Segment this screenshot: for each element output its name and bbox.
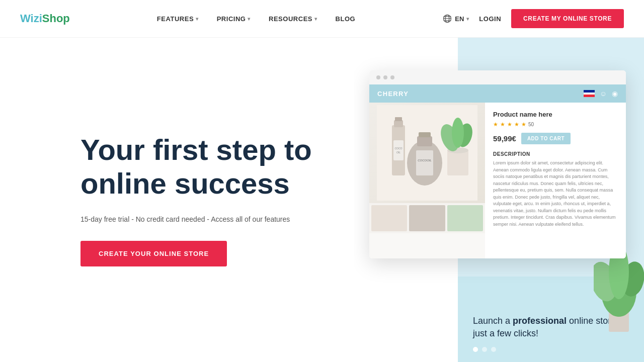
star-icon: ★ <box>493 121 498 128</box>
svg-text:COCO: COCO <box>395 147 403 150</box>
hero-subtitle: 15-day free trial - No credit card neede… <box>80 215 324 223</box>
user-icon: ☺ <box>600 89 607 98</box>
globe-icon <box>442 14 452 24</box>
svg-text:COCOOIL: COCOOIL <box>418 159 432 162</box>
product-thumb-2 <box>409 205 445 231</box>
nav-item-resources[interactable]: RESOURCES ▾ <box>269 15 317 23</box>
svg-rect-7 <box>394 120 403 127</box>
header-actions: EN ▾ LOGIN CREATE MY ONLINE STORE <box>442 9 624 28</box>
chevron-down-icon: ▾ <box>466 16 469 22</box>
product-name: Product name here <box>493 111 618 118</box>
slider-dot-1[interactable] <box>473 347 478 352</box>
slider-dot-2[interactable] <box>482 347 487 352</box>
product-thumbnails <box>369 203 485 233</box>
svg-rect-13 <box>417 136 432 146</box>
product-image-svg: COCO OIL COCOOIL <box>377 105 477 201</box>
hero-title: Your first step to online success <box>80 133 324 200</box>
svg-rect-8 <box>395 117 402 121</box>
star-icon: ★ <box>507 121 512 128</box>
logo[interactable]: WiziShop <box>20 12 70 25</box>
browser-dot-3 <box>390 75 394 79</box>
logo-shop: Shop <box>42 12 70 25</box>
price-row: 59,99€ ADD TO CART <box>493 133 618 144</box>
review-count: 50 <box>528 122 534 127</box>
lang-label: EN <box>455 15 464 23</box>
browser-bar <box>369 70 626 84</box>
browser-dot-2 <box>383 75 387 79</box>
slider-dot-3[interactable] <box>491 347 496 352</box>
product-layout: COCO OIL COCOOIL <box>369 103 626 258</box>
language-selector[interactable]: EN ▾ <box>442 14 469 24</box>
create-store-main-button[interactable]: CREATE YOUR ONLINE STORE <box>80 241 227 266</box>
flag-icon <box>584 90 595 97</box>
preview-section: CHERRY ☺ ◉ <box>354 38 644 362</box>
nav-item-blog[interactable]: BLOG <box>336 15 356 23</box>
description-text: Lorem ipsum dolor sit amet, consectetur … <box>493 160 618 228</box>
store-header: CHERRY ☺ ◉ <box>369 84 626 103</box>
product-info-column: Product name here ★ ★ ★ ★ ★ 50 59,99€ AD… <box>485 103 626 258</box>
add-to-cart-button[interactable]: ADD TO CART <box>521 133 571 144</box>
product-image-column: COCO OIL COCOOIL <box>369 103 485 258</box>
cart-icon: ◉ <box>612 89 618 98</box>
svg-rect-9 <box>393 140 404 160</box>
product-main-image: COCO OIL COCOOIL <box>369 103 485 203</box>
nav-item-pricing[interactable]: PRICING ▾ <box>217 15 251 23</box>
chevron-down-icon: ▾ <box>196 16 199 22</box>
svg-point-21 <box>452 118 464 148</box>
description-label: DESCRIPTION <box>493 151 618 157</box>
product-rating: ★ ★ ★ ★ ★ 50 <box>493 121 618 128</box>
nav-item-features[interactable]: FEATURES ▾ <box>157 15 199 23</box>
star-icon: ★ <box>514 121 519 128</box>
product-thumb-3 <box>447 205 483 231</box>
browser-dot-1 <box>376 75 380 79</box>
browser-mockup: CHERRY ☺ ◉ <box>369 70 626 258</box>
login-button[interactable]: LOGIN <box>479 15 501 23</box>
chevron-down-icon: ▾ <box>314 16 317 22</box>
svg-rect-14 <box>419 132 431 137</box>
store-name: CHERRY <box>377 90 409 98</box>
browser-content: CHERRY ☺ ◉ <box>369 84 626 258</box>
create-store-header-button[interactable]: CREATE MY ONLINE STORE <box>511 9 624 28</box>
slider-dots <box>473 347 629 352</box>
site-header: WiziShop FEATURES ▾ PRICING ▾ RESOURCES … <box>0 0 644 38</box>
main-content: Your first step to online success 15-day… <box>0 38 644 362</box>
logo-wizi: Wizi <box>20 12 42 25</box>
svg-rect-15 <box>416 150 433 175</box>
svg-text:OIL: OIL <box>396 151 400 154</box>
star-icon: ★ <box>521 121 526 128</box>
hero-section: Your first step to online success 15-day… <box>0 38 354 362</box>
svg-rect-17 <box>447 150 468 175</box>
product-thumb-1 <box>371 205 407 231</box>
main-nav: FEATURES ▾ PRICING ▾ RESOURCES ▾ BLOG <box>157 15 355 23</box>
star-icon: ★ <box>500 121 505 128</box>
chevron-down-icon: ▾ <box>248 16 251 22</box>
product-price: 59,99€ <box>493 134 516 143</box>
